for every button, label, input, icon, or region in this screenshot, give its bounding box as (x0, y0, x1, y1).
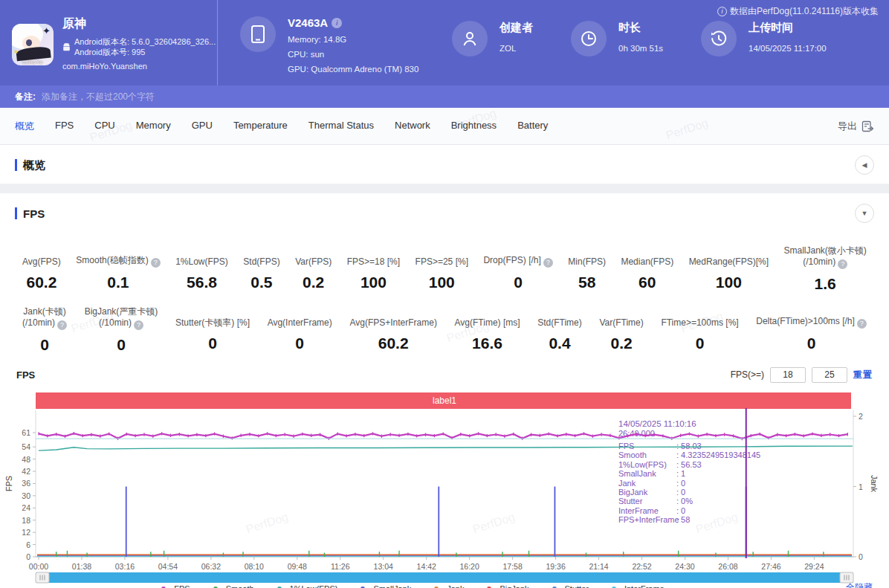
svg-text:: 56.53: : 56.53 (676, 460, 702, 469)
stat-Avg(FTime) [ms]: Avg(FTime) [ms]16.6 (455, 306, 520, 354)
android-version-code: Android版本号: 995 (74, 47, 216, 57)
svg-text:30: 30 (22, 491, 30, 500)
fps-chart-svg: label161544842363024181260FPS210Jank00:0… (0, 387, 889, 588)
svg-text:18: 18 (22, 516, 30, 525)
stat-Std(FTime): Std(FTime)0.4 (537, 306, 582, 354)
help-icon[interactable]: ? (151, 258, 161, 268)
help-icon[interactable]: ? (134, 320, 143, 330)
stat-value: 0 (268, 335, 332, 352)
legend-item-Smooth[interactable]: Smooth (210, 584, 254, 588)
fps-threshold-label: FPS(>=) (731, 369, 764, 380)
annotation-label: label1 (433, 395, 456, 406)
svg-text:13:04: 13:04 (374, 562, 393, 571)
legend-item-SmallJank[interactable]: SmallJank (357, 584, 411, 588)
svg-text:: 1: : 1 (676, 469, 685, 478)
reset-button[interactable]: 重置 (853, 369, 873, 381)
legend-item-FPS[interactable]: FPS (158, 584, 190, 588)
fps-threshold-input-2[interactable] (812, 367, 847, 383)
svg-text:: 0: : 0 (676, 488, 685, 497)
stat-Min(FPS): Min(FPS)58 (568, 245, 606, 293)
stat-value: 0.2 (599, 335, 643, 352)
tab-Network[interactable]: Network (395, 120, 430, 133)
tab-GPU[interactable]: GPU (192, 120, 213, 133)
svg-text:29:24: 29:24 (804, 562, 824, 571)
stat-value: 1.6 (783, 275, 866, 293)
note-input[interactable] (42, 91, 488, 102)
legend-item-BigJank[interactable]: BigJank (483, 584, 528, 588)
tab-Battery[interactable]: Battery (517, 120, 548, 133)
tab-Memory[interactable]: Memory (136, 120, 171, 133)
legend-item-Stutter[interactable]: Stutter (549, 584, 589, 588)
tab-FPS[interactable]: FPS (55, 120, 74, 133)
stat-Var(FTime): Var(FTime)0.2 (599, 306, 643, 354)
tab-Brightness[interactable]: Brightness (451, 120, 497, 133)
chart-scrollbar[interactable] (36, 572, 853, 583)
help-icon[interactable]: ? (838, 259, 847, 269)
section-accent-bar (15, 159, 17, 171)
svg-text:0: 0 (859, 552, 863, 561)
export-label: 导出 (838, 120, 857, 133)
help-icon[interactable]: ? (57, 320, 67, 330)
svg-text:: 58.03: : 58.03 (676, 442, 702, 450)
fps-collapse-button[interactable]: ▼ (855, 204, 874, 223)
svg-text:: 4.3235249519348145: : 4.3235249519348145 (676, 450, 760, 459)
svg-text:21:14: 21:14 (589, 562, 608, 571)
stat-Avg(FPS): Avg(FPS)60.2 (22, 245, 61, 293)
device-block: V2463A i Memory: 14.8G CPU: sun GPU: Qua… (240, 0, 448, 85)
legend-item-1%Low(FPS)[interactable]: 1%Low(FPS) (274, 584, 338, 588)
stat-Std(FPS): Std(FPS)0.5 (243, 245, 279, 293)
stat-Smooth(稳帧指数): Smooth(稳帧指数)?0.1 (76, 245, 160, 293)
overview-collapse-button[interactable]: ◀ (855, 155, 874, 175)
svg-text:SmallJank: SmallJank (618, 469, 656, 478)
help-icon[interactable]: ? (857, 319, 867, 329)
export-button[interactable]: 导出 (838, 120, 874, 133)
svg-text:FPS+InterFrame: FPS+InterFrame (618, 515, 679, 524)
device-info-icon[interactable]: i (332, 18, 342, 28)
device-cpu: CPU: sun (288, 48, 418, 60)
tab-Thermal Status[interactable]: Thermal Status (308, 120, 374, 133)
clock-icon (580, 30, 598, 48)
stat-value: 100 (347, 274, 400, 291)
svg-text:17:58: 17:58 (502, 562, 522, 571)
svg-text:Jank: Jank (870, 475, 879, 493)
nav-bar: 概览FPSCPUMemoryGPUTemperatureThermal Stat… (0, 108, 889, 145)
tab-概览[interactable]: 概览 (15, 120, 34, 133)
stat-value: 0 (22, 336, 67, 354)
legend-item-Jank[interactable]: Jank (430, 584, 464, 588)
nav-tabs: 概览FPSCPUMemoryGPUTemperatureThermal Stat… (15, 120, 548, 133)
stat-Jank(卡顿): Jank(卡顿)(/10min)?0 (22, 306, 67, 354)
chart-header: FPS FPS(>=) 重置 (0, 366, 889, 384)
stat-FPS>=25 [%]: FPS>=25 [%]100 (416, 245, 468, 293)
collect-note: i 数据由PerfDog(11.0.241116)版本收集 (717, 5, 879, 18)
stat-Median(FPS): Median(FPS)60 (621, 245, 673, 293)
duration-icon-circle (571, 21, 607, 56)
svg-text:InterFrame: InterFrame (618, 506, 659, 515)
svg-text:26:08: 26:08 (718, 562, 737, 571)
stat-value: 0 (483, 274, 552, 291)
tab-CPU[interactable]: CPU (94, 120, 114, 133)
app-block: ✦★ miHoYo 原神 Android版本名: 5.6.0_32604286_… (0, 0, 218, 85)
help-icon[interactable]: ? (543, 258, 553, 268)
app-name: 原神 (62, 16, 216, 32)
note-bar: 备注: (0, 85, 889, 108)
legend-label: FPS (174, 584, 190, 588)
stat-Var(FPS): Var(FPS)0.2 (295, 245, 332, 293)
fps-threshold-input-1[interactable] (770, 367, 806, 383)
export-icon (861, 120, 874, 132)
hide-all-link[interactable]: 全隐藏 (846, 581, 873, 588)
svg-text:27:46: 27:46 (761, 562, 780, 571)
svg-text:19:36: 19:36 (546, 562, 565, 571)
tab-Temperature[interactable]: Temperature (233, 120, 288, 133)
svg-text:FPS: FPS (4, 476, 13, 491)
legend-item-InterFrame[interactable]: InterFrame (608, 584, 665, 588)
svg-text:61: 61 (22, 428, 30, 437)
svg-text:: 0: : 0 (676, 506, 685, 515)
creator-label: 创建者 (500, 21, 533, 35)
stat-1%Low(FPS): 1%Low(FPS)56.8 (175, 245, 228, 293)
tooltip-datetime: 14/05/2025 11:10:16 (618, 419, 696, 428)
chart-title: FPS (16, 369, 35, 381)
svg-text:16:20: 16:20 (460, 562, 479, 571)
svg-text:08:10: 08:10 (245, 562, 264, 571)
header: i 数据由PerfDog(11.0.241116)版本收集 ✦★ miHoYo … (0, 0, 889, 85)
svg-text:1%Low(FPS): 1%Low(FPS) (618, 460, 667, 469)
